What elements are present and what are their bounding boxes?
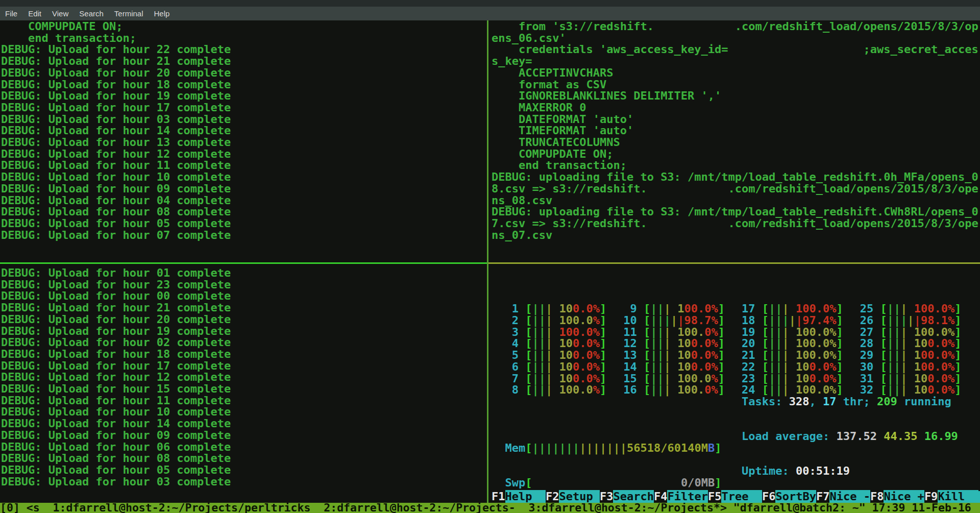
fkey-f6-sortby[interactable]: F6SortBy [762, 491, 816, 503]
log-line: DEBUG: uploading file to S3: /mnt/tmp/lo… [492, 206, 980, 218]
log-line: TRUNCATECOLUMNS [492, 137, 980, 149]
load-5min: 44.35 [884, 430, 924, 443]
log-line: DEBUG: Upload for hour 11 complete [1, 160, 486, 172]
pane-bottom-left-log[interactable]: DEBUG: Upload for hour 01 completeDEBUG:… [0, 267, 486, 500]
log-line: MAXERROR 0 [492, 102, 980, 114]
uptime-line: Uptime: 00:51:19 [742, 466, 958, 477]
pane-top-left-log[interactable]: COMPUPDATE ON; end transaction;DEBUG: Up… [0, 21, 486, 262]
log-line: DEBUG: Upload for hour 15 complete [1, 383, 486, 395]
load-label: Load average: [742, 430, 836, 443]
uptime-label: Uptime: [742, 465, 796, 477]
cpu-meter-18: 18 [|||||97.4%] [742, 315, 843, 327]
screen-status-bar: [0] <s 1:dfarrell@host-2:~/Projects/perl… [0, 503, 980, 513]
cpu-meter-30: 30 [||| 100.0%] [860, 361, 962, 373]
log-line: s_key= [492, 56, 980, 67]
log-line: DEBUG: Upload for hour 08 complete [1, 206, 486, 218]
pane-htop[interactable]: 1 [||| 100.0%] 2 [||| 100.0%] 3 [||| 100… [489, 264, 980, 503]
cpu-meter-25: 25 [||| 100.0%] [860, 303, 962, 315]
cpu-meter-20: 20 [||| 100.0%] [742, 338, 843, 350]
pane-divider-vertical[interactable] [487, 20, 488, 503]
log-line: DEBUG: Upload for hour 19 complete [1, 90, 486, 102]
cpu-meter-12: 12 [||| 100.0%] [623, 338, 725, 350]
menu-file[interactable]: File [5, 9, 17, 18]
log-line: format as CSV [492, 79, 980, 91]
log-line: DEBUG: Upload for hour 10 complete [1, 406, 486, 418]
cpu-meter-5: 5 [||| 100.0%] [505, 350, 606, 361]
cpu-meter-7: 7 [||| 100.0%] [505, 373, 606, 385]
cpu-meter-2: 2 [||| 100.0%] [505, 315, 606, 327]
cpu-meter-17: 17 [||| 100.0%] [742, 303, 843, 315]
log-line: DEBUG: Upload for hour 17 complete [1, 360, 486, 372]
cpu-meter-16: 16 [||| 100.0%] [623, 384, 725, 396]
log-line: DEBUG: Upload for hour 23 complete [1, 279, 486, 291]
tasks-running-label: running [897, 395, 951, 408]
menu-search[interactable]: Search [79, 9, 104, 18]
menu-bar: File Edit View Search Terminal Help [0, 7, 980, 20]
log-line: end transaction; [1, 33, 486, 44]
log-line: DEBUG: Upload for hour 06 complete [1, 442, 486, 453]
cpu-meter-3: 3 [||| 100.0%] [505, 327, 606, 338]
log-line: TIMEFORMAT 'auto' [492, 125, 980, 137]
menu-view[interactable]: View [52, 9, 68, 18]
log-line: DEBUG: Upload for hour 08 complete [1, 453, 486, 465]
fkey-f3-search[interactable]: F3Search [600, 491, 654, 503]
log-line: DEBUG: Upload for hour 19 complete [1, 326, 486, 337]
fkey-f7-nice-[interactable]: F7Nice - [816, 491, 870, 503]
log-line: DEBUG: Upload for hour 03 complete [1, 114, 486, 126]
log-line: COMPUPDATE ON; [1, 21, 486, 33]
fkey-f8-nice-[interactable]: F8Nice + [870, 491, 924, 503]
log-line: DEBUG: Upload for hour 05 complete [1, 465, 486, 476]
log-line: ACCEPTINVCHARS [492, 67, 980, 79]
log-line: DEBUG: Upload for hour 12 complete [1, 372, 486, 383]
terminal-window: File Edit View Search Terminal Help COMP… [0, 0, 980, 513]
cpu-meter-4: 4 [||| 100.0%] [505, 338, 606, 350]
log-line: ns_07.csv [492, 230, 980, 241]
log-line: DEBUG: Upload for hour 01 complete [1, 267, 486, 279]
menu-terminal[interactable]: Terminal [114, 9, 143, 18]
cpu-meter-27: 27 [||| 100.0%] [860, 327, 962, 338]
menu-edit[interactable]: Edit [28, 9, 41, 18]
htop-summary: Tasks: 328, 17 thr; 209 running Load ave… [742, 373, 958, 501]
log-line: IGNOREBLANKLINES DELIMITER ',' [492, 90, 980, 102]
log-line: DEBUG: Upload for hour 05 complete [1, 218, 486, 230]
log-line: DEBUG: Upload for hour 04 complete [1, 195, 486, 207]
log-line: DEBUG: Upload for hour 18 complete [1, 349, 486, 360]
cpu-meter-11: 11 [||| 100.0%] [623, 327, 725, 338]
log-line: end transaction; [492, 160, 980, 172]
fkey-f1-help[interactable]: F1Help [492, 491, 546, 503]
cpu-meter-14: 14 [||| 100.0%] [623, 361, 725, 373]
log-line: from 's3://redshift. .com/redshift_load/… [492, 21, 980, 33]
cpu-meter-8: 8 [||| 100.0%] [505, 384, 606, 396]
cpu-meter-21: 21 [||| 100.0%] [742, 350, 843, 361]
tasks-count: 328 [789, 395, 810, 408]
cpu-meter-29: 29 [||| 100.0%] [860, 350, 962, 361]
log-line: DEBUG: Upload for hour 13 complete [1, 137, 486, 149]
log-line: 8.csv => s3://redshift. .com/redshift_lo… [492, 183, 980, 195]
pane-divider-horizontal-left[interactable] [0, 262, 487, 264]
log-line: ens_06.csv' [492, 33, 980, 44]
cpu-meter-13: 13 [||| 100.0%] [623, 350, 725, 361]
log-line: DEBUG: Upload for hour 21 complete [1, 302, 486, 314]
pane-top-right-log[interactable]: from 's3://redshift. .com/redshift_load/… [489, 21, 980, 262]
fkey-f5-tree[interactable]: F5Tree [708, 491, 762, 503]
load-15min: 16.99 [924, 430, 958, 443]
screen-status-text: [0] <s 1:dfarrell@host-2:~/Projects/perl… [0, 503, 971, 513]
menu-help[interactable]: Help [154, 9, 170, 18]
log-line: DEBUG: Upload for hour 17 complete [1, 102, 486, 114]
log-line: DATEFORMAT 'auto' [492, 114, 980, 126]
log-line: DEBUG: uploading file to S3: /mnt/tmp/lo… [492, 172, 980, 183]
load-average-line: Load average: 137.52 44.35 16.99 [742, 431, 958, 443]
tasks-threads-label: thr; [836, 395, 876, 408]
fkey-f9-kill[interactable]: F9Kill [924, 491, 978, 503]
window-titlebar[interactable] [0, 0, 980, 7]
log-line: DEBUG: Upload for hour 18 complete [1, 79, 486, 91]
load-1min: 137.52 [836, 430, 884, 443]
cpu-meter-26: 26 [|||||98.1%] [860, 315, 962, 327]
log-line: DEBUG: Upload for hour 10 complete [1, 172, 486, 183]
log-line: DEBUG: Upload for hour 03 complete [1, 476, 486, 488]
cpu-meter-10: 10 [|||||98.7%] [623, 315, 725, 327]
fkey-f2-setup[interactable]: F2Setup [546, 491, 600, 503]
tasks-sep: , [809, 395, 823, 408]
log-line: DEBUG: Upload for hour 14 complete [1, 418, 486, 430]
fkey-f4-filter[interactable]: F4Filter [654, 491, 708, 503]
